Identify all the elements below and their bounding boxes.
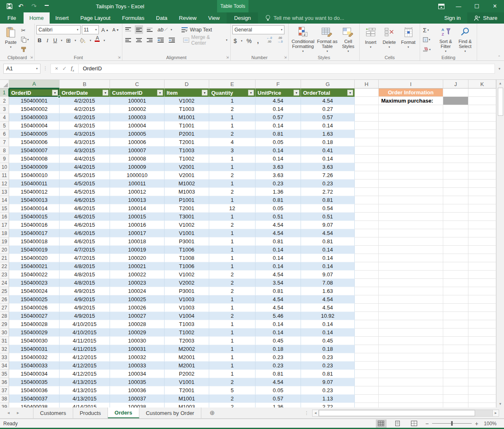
formula-bar-splitter[interactable]: ⋮ (43, 66, 48, 71)
cell[interactable]: M1001 (165, 113, 209, 122)
row-header-14[interactable]: 14 (0, 196, 9, 204)
cell[interactable]: 3.63 (256, 171, 301, 180)
cell[interactable] (443, 304, 468, 312)
cell[interactable] (379, 204, 443, 213)
cell[interactable]: 4/13/2015 (60, 395, 110, 403)
cell[interactable]: 4/5/2015 (60, 188, 110, 196)
cell[interactable]: 4.54 (256, 304, 301, 312)
cell[interactable]: 150400008 (9, 155, 60, 163)
row-header-22[interactable]: 22 (0, 262, 9, 271)
cell[interactable] (355, 395, 379, 403)
cell[interactable] (379, 312, 443, 320)
cell[interactable]: 100019 (110, 246, 165, 254)
cell[interactable]: 4.54 (256, 97, 301, 105)
cell[interactable] (355, 287, 379, 295)
cell[interactable]: 2 (209, 221, 256, 229)
format-as-table-button[interactable]: Format as Table▾ (316, 25, 339, 54)
cell[interactable] (443, 138, 468, 146)
cell[interactable] (443, 262, 468, 271)
cell[interactable] (379, 122, 443, 130)
cell[interactable] (379, 287, 443, 295)
cell[interactable]: P1001 (165, 196, 209, 204)
tell-me-box[interactable]: Tell me what you want to do... (265, 12, 344, 24)
column-header-D[interactable]: D (165, 80, 209, 89)
cell[interactable] (379, 370, 443, 378)
cell[interactable]: 150400035 (9, 378, 60, 386)
table-header-customerid[interactable]: CustomerID▼ (110, 89, 165, 97)
italic-button[interactable]: I (45, 36, 49, 45)
cell[interactable]: 4.54 (301, 229, 355, 237)
cell[interactable]: 4/2/2015 (60, 113, 110, 122)
cell[interactable]: 4/6/2015 (60, 213, 110, 221)
cancel-entry-icon[interactable]: × (55, 65, 58, 72)
scroll-left-icon[interactable]: ◄ (312, 410, 319, 417)
tab-design[interactable]: Design (227, 12, 258, 24)
copy-button[interactable]: ▾ (20, 36, 30, 44)
cell[interactable]: 3.63 (256, 163, 301, 171)
cell[interactable]: 4/5/2015 (60, 180, 110, 188)
cell[interactable] (379, 155, 443, 163)
cell[interactable]: 100013 (110, 196, 165, 204)
cell[interactable]: 1000010 (110, 171, 165, 180)
tab-data[interactable]: Data (150, 12, 173, 24)
row-header-11[interactable]: 11 (0, 171, 9, 180)
previous-sheet-icon[interactable]: ◄ (7, 411, 10, 415)
cell[interactable] (355, 229, 379, 237)
row-header-29[interactable]: 29 (0, 320, 9, 328)
cell[interactable]: 0.51 (301, 213, 355, 221)
cell[interactable]: 100027 (110, 312, 165, 320)
cell[interactable]: 100038 (110, 403, 165, 407)
cell[interactable]: 1 (209, 196, 256, 204)
cell[interactable]: 0.05 (256, 204, 301, 213)
row-header-1[interactable]: 1 (0, 89, 9, 97)
filter-dropdown-icon[interactable]: ▼ (248, 90, 254, 96)
cell[interactable]: 4.54 (301, 97, 355, 105)
cell[interactable]: T1001 (165, 122, 209, 130)
cell[interactable] (468, 254, 496, 262)
cell[interactable] (355, 271, 379, 279)
cell[interactable]: 100001 (110, 97, 165, 105)
cell[interactable]: 4/11/2015 (60, 345, 110, 353)
cell[interactable] (379, 105, 443, 113)
cell[interactable] (355, 246, 379, 254)
cell[interactable]: 100030 (110, 337, 165, 345)
cell[interactable]: 0.81 (301, 370, 355, 378)
cell[interactable]: 100032 (110, 353, 165, 362)
cell-J1[interactable] (443, 89, 468, 97)
cell[interactable]: 2 (209, 271, 256, 279)
cell[interactable]: 150400007 (9, 146, 60, 155)
cell[interactable] (379, 295, 443, 304)
cell[interactable] (355, 138, 379, 146)
number-dialog-launcher-icon[interactable]: ⇲ (283, 55, 287, 60)
orientation-button[interactable]: ab⟋ (156, 25, 168, 34)
cell[interactable]: 4/6/2015 (60, 196, 110, 204)
cell[interactable]: 0.14 (301, 328, 355, 337)
sheet-tab-products[interactable]: Products (73, 407, 108, 418)
cell[interactable]: 100005 (110, 130, 165, 138)
cell[interactable]: P3001 (165, 237, 209, 246)
filter-dropdown-icon[interactable]: ▼ (157, 90, 163, 96)
cell[interactable]: 4/5/2015 (60, 171, 110, 180)
share-button[interactable]: Share (467, 12, 504, 24)
cell[interactable]: 150400010 (9, 171, 60, 180)
font-color-caret-icon[interactable]: ▾ (103, 39, 105, 42)
cell[interactable] (379, 304, 443, 312)
table-header-orderdate[interactable]: OrderDate▼ (60, 89, 110, 97)
row-header-37[interactable]: 37 (0, 386, 9, 395)
cell[interactable]: 4/4/2015 (60, 155, 110, 163)
cell[interactable]: 1 (209, 370, 256, 378)
table-header-unitprice[interactable]: UnitPrice▼ (256, 89, 301, 97)
cell[interactable] (443, 130, 468, 138)
cell[interactable]: 0.14 (256, 320, 301, 328)
cell[interactable]: 150400023 (9, 279, 60, 287)
row-header-20[interactable]: 20 (0, 246, 9, 254)
cell[interactable] (443, 312, 468, 320)
cell[interactable]: 100034 (110, 370, 165, 378)
cell[interactable]: 0.18 (256, 345, 301, 353)
cell[interactable] (379, 130, 443, 138)
cell[interactable]: 0.14 (256, 262, 301, 271)
cell[interactable] (355, 320, 379, 328)
ribbon-display-options-icon[interactable] (433, 0, 449, 12)
cell[interactable] (443, 188, 468, 196)
cell[interactable]: T2001 (165, 386, 209, 395)
